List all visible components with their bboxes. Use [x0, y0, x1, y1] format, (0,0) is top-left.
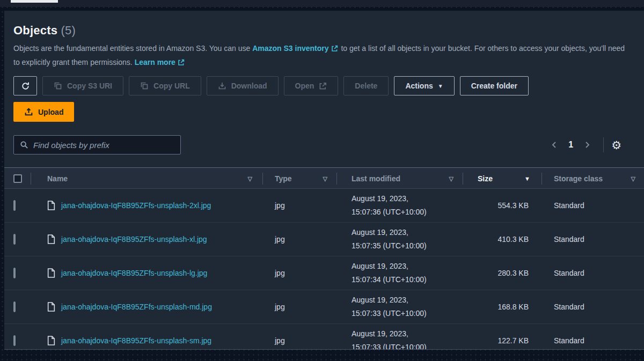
- column-header-name[interactable]: Name▽: [31, 168, 263, 189]
- table-row: jana-ohajdova-IqF8B95ZFfs-unsplash-lg.jp…: [4, 256, 644, 290]
- browser-top-strip: [0, 0, 644, 7]
- object-name-link[interactable]: jana-ohajdova-IqF8B95ZFfs-unsplash-md.jp…: [61, 303, 212, 311]
- delete-button[interactable]: Delete: [343, 76, 389, 95]
- file-icon: [47, 302, 55, 312]
- upload-button[interactable]: Upload: [13, 102, 74, 122]
- row-checkbox[interactable]: [13, 268, 16, 278]
- sort-icon[interactable]: ▽: [323, 175, 327, 182]
- row-checkbox-cell: [4, 336, 31, 345]
- create-folder-label: Create folder: [471, 82, 517, 90]
- object-size-cell: 168.8 KB: [463, 303, 542, 311]
- column-header-size[interactable]: Size▼: [463, 168, 542, 189]
- previous-page-button[interactable]: [547, 138, 562, 151]
- browser-tab-remnant: [11, 0, 58, 3]
- actions-label: Actions: [405, 82, 433, 90]
- objects-panel: Objects (5) Objects are the fundamental …: [4, 11, 644, 350]
- upload-icon: [24, 107, 33, 116]
- modified-time: 15:07:36 (UTC+10:00): [352, 205, 463, 219]
- file-icon: [47, 201, 55, 210]
- external-link-icon: [331, 45, 338, 52]
- object-name-link[interactable]: jana-ohajdova-IqF8B95ZFfs-unsplash-2xl.j…: [61, 201, 211, 210]
- column-header-last-modified[interactable]: Last modified▽: [337, 168, 463, 189]
- row-checkbox[interactable]: [13, 234, 16, 245]
- object-modified-cell: August 19, 2023,15:07:34 (UTC+10:00): [337, 260, 463, 286]
- settings-gear-icon[interactable]: ⚙: [611, 139, 621, 151]
- pagination: 1 ⚙: [547, 137, 621, 152]
- object-storage-class-cell: Standard: [542, 235, 644, 244]
- row-checkbox-cell: [4, 235, 31, 244]
- current-page-number[interactable]: 1: [568, 140, 573, 150]
- utility-row: 1 ⚙: [13, 135, 628, 154]
- object-name-cell: jana-ohajdova-IqF8B95ZFfs-unsplash-sm.jp…: [31, 336, 263, 345]
- row-checkbox[interactable]: [13, 200, 16, 211]
- copy-icon: [140, 82, 149, 90]
- copy-s3-uri-button[interactable]: Copy S3 URI: [42, 76, 123, 95]
- object-storage-class-cell: Standard: [542, 269, 644, 277]
- copy-url-button[interactable]: Copy URL: [129, 76, 201, 95]
- open-label: Open: [295, 82, 314, 90]
- object-name-link[interactable]: jana-ohajdova-IqF8B95ZFfs-unsplash-sm.jp…: [61, 336, 211, 345]
- pagination-divider: [603, 137, 604, 152]
- object-storage-class-cell: Standard: [542, 303, 644, 311]
- column-header-storage-class[interactable]: Storage class▽: [542, 168, 644, 189]
- page-title: Objects (5): [13, 24, 628, 38]
- sort-icon[interactable]: ▽: [631, 175, 635, 182]
- chevron-down-icon: ▼: [438, 83, 443, 89]
- object-modified-cell: August 19, 2023,15:07:33 (UTC+10:00): [337, 327, 463, 350]
- object-name-cell: jana-ohajdova-IqF8B95ZFfs-unsplash-2xl.j…: [31, 201, 263, 210]
- row-checkbox-cell: [4, 303, 31, 311]
- copy-icon: [54, 82, 62, 90]
- object-size-cell: 280.3 KB: [463, 269, 542, 277]
- chevron-right-icon: [583, 141, 591, 149]
- modified-date: August 19, 2023,: [352, 260, 463, 273]
- upload-label: Upload: [38, 108, 63, 116]
- inventory-link[interactable]: Amazon S3 inventory: [252, 44, 328, 53]
- object-modified-cell: August 19, 2023,15:07:33 (UTC+10:00): [337, 293, 463, 320]
- object-name-link[interactable]: jana-ohajdova-IqF8B95ZFfs-unsplash-xl.jp…: [61, 235, 207, 244]
- download-button[interactable]: Download: [207, 76, 279, 95]
- learn-more-link[interactable]: Learn more: [135, 58, 175, 67]
- table-row: jana-ohajdova-IqF8B95ZFfs-unsplash-sm.jp…: [4, 324, 644, 350]
- select-all-checkbox[interactable]: [13, 174, 22, 183]
- open-button[interactable]: Open: [284, 76, 339, 95]
- sort-icon[interactable]: ▽: [248, 175, 252, 182]
- table-header-row: Name▽ Type▽ Last modified▽ Size▼ Storage…: [4, 167, 644, 189]
- search-icon: [20, 141, 28, 149]
- object-size-cell: 554.3 KB: [463, 201, 542, 210]
- file-icon: [47, 268, 55, 278]
- row-checkbox[interactable]: [13, 301, 16, 312]
- modified-date: August 19, 2023,: [352, 327, 463, 341]
- sort-icon[interactable]: ▽: [449, 175, 453, 182]
- row-checkbox-cell: [4, 201, 31, 210]
- object-storage-class-cell: Standard: [542, 201, 644, 210]
- refresh-icon: [21, 82, 30, 91]
- create-folder-button[interactable]: Create folder: [460, 76, 529, 95]
- object-name-cell: jana-ohajdova-IqF8B95ZFfs-unsplash-md.jp…: [31, 302, 263, 312]
- object-name-link[interactable]: jana-ohajdova-IqF8B95ZFfs-unsplash-lg.jp…: [61, 269, 207, 277]
- object-type-cell: jpg: [263, 201, 337, 210]
- object-name-cell: jana-ohajdova-IqF8B95ZFfs-unsplash-xl.jp…: [31, 234, 263, 244]
- modified-date: August 19, 2023,: [352, 226, 463, 239]
- object-type-cell: jpg: [263, 235, 337, 244]
- download-label: Download: [231, 82, 267, 90]
- toolbar: Copy S3 URI Copy URL Download Open Delet…: [13, 76, 628, 95]
- sort-descending-icon[interactable]: ▼: [524, 175, 530, 182]
- refresh-button[interactable]: [13, 76, 37, 95]
- search-input[interactable]: [33, 141, 174, 150]
- actions-button[interactable]: Actions▼: [394, 76, 454, 95]
- table-row: jana-ohajdova-IqF8B95ZFfs-unsplash-2xl.j…: [4, 189, 644, 223]
- modified-date: August 19, 2023,: [352, 293, 463, 307]
- row-checkbox[interactable]: [13, 335, 16, 346]
- storage-class-column-label: Storage class: [554, 174, 603, 183]
- object-modified-cell: August 19, 2023,15:07:36 (UTC+10:00): [337, 192, 463, 219]
- object-name-cell: jana-ohajdova-IqF8B95ZFfs-unsplash-lg.jp…: [31, 268, 263, 278]
- modified-time: 15:07:35 (UTC+10:00): [352, 239, 463, 253]
- modified-time: 15:07:34 (UTC+10:00): [352, 273, 463, 286]
- name-column-label: Name: [47, 174, 68, 183]
- column-header-type[interactable]: Type▽: [263, 168, 337, 189]
- delete-label: Delete: [355, 82, 377, 90]
- object-size-cell: 410.3 KB: [463, 235, 542, 244]
- next-page-button[interactable]: [580, 138, 595, 151]
- objects-description: Objects are the fundamental entities sto…: [13, 41, 625, 69]
- chevron-left-icon: [550, 141, 559, 149]
